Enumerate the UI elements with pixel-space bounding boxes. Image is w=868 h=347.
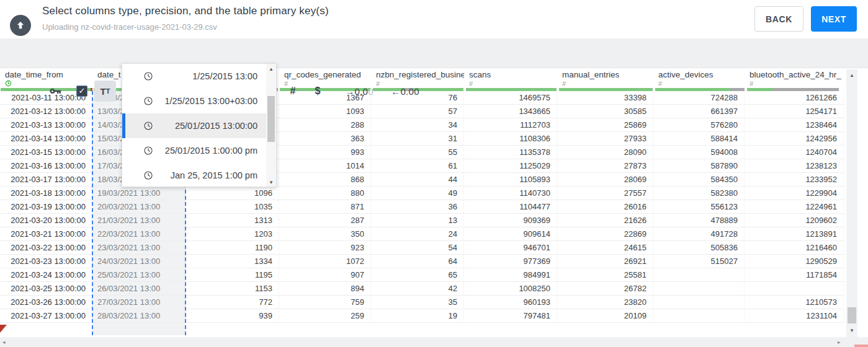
table-cell[interactable]: 1105893 [464, 173, 557, 186]
table-cell[interactable]: 1238123 [745, 159, 844, 172]
table-cell[interactable]: 28090 [557, 146, 653, 159]
table-cell[interactable]: 2021-03-16 13:00:00 [0, 159, 92, 172]
table-cell[interactable]: 259 [279, 309, 371, 322]
table-cell[interactable]: 27/03/2021 13:00 [92, 296, 186, 309]
table-cell[interactable]: 26016 [557, 200, 653, 213]
table-cell[interactable]: 25/03/2021 13:00 [92, 268, 186, 281]
table-cell[interactable]: 26921 [557, 255, 653, 268]
table-cell[interactable]: 19/03/2021 13:00 [92, 187, 186, 200]
table-cell[interactable]: 2021-03-20 13:00:00 [0, 214, 92, 227]
number-type-button[interactable]: # [287, 81, 299, 102]
table-cell[interactable]: 1072 [279, 255, 371, 268]
horizontal-scrollbar[interactable]: ◂ ▸ [0, 337, 868, 347]
table-cell[interactable]: 2021-03-23 13:00:00 [0, 255, 92, 268]
table-cell[interactable]: 1171854 [745, 268, 844, 281]
table-cell[interactable]: 49 [371, 187, 464, 200]
table-cell[interactable]: 20/03/2021 13:00 [92, 200, 186, 213]
table-cell[interactable]: 2021-03-14 13:00:00 [0, 132, 92, 145]
table-cell[interactable]: 661397 [653, 105, 745, 118]
column-header-bluetooth_active_24_hr_[interactable]: bluetooth_active_24_hr_# [745, 68, 844, 88]
table-cell[interactable]: 1238464 [745, 118, 844, 131]
column-header-scans[interactable]: scans# [464, 68, 557, 88]
table-cell[interactable]: 27873 [557, 159, 653, 172]
table-cell[interactable]: 515027 [653, 255, 745, 268]
table-cell[interactable]: 2021-03-21 13:00:00 [0, 227, 92, 240]
scroll-up-icon[interactable]: ▴ [846, 72, 857, 78]
table-cell[interactable]: 1195 [186, 268, 279, 281]
table-cell[interactable]: 61 [371, 159, 464, 172]
table-cell[interactable]: 24 [371, 227, 464, 240]
table-cell[interactable]: 44 [371, 173, 464, 186]
table-cell[interactable]: 21/03/2021 13:00 [92, 214, 186, 227]
table-cell[interactable]: 21626 [557, 214, 653, 227]
table-cell[interactable]: 1210573 [745, 296, 844, 309]
table-cell[interactable]: 871 [279, 200, 371, 213]
column-header-active_devices[interactable]: active_devices# [653, 68, 745, 88]
table-cell[interactable] [653, 309, 745, 322]
table-cell[interactable]: 909614 [464, 227, 557, 240]
table-cell[interactable]: 505836 [653, 241, 745, 254]
table-cell[interactable]: 923 [279, 241, 371, 254]
table-cell[interactable]: 24615 [557, 241, 653, 254]
table-cell[interactable]: 939 [186, 309, 279, 322]
table-cell[interactable]: 1035 [186, 200, 279, 213]
table-cell[interactable] [653, 296, 745, 309]
table-cell[interactable]: 26/03/2021 13:00 [92, 282, 186, 295]
column-header-manual_entries[interactable]: manual_entries# [557, 68, 653, 88]
table-cell[interactable]: 1261266 [745, 91, 844, 104]
dropdown-item[interactable]: 1/25/2015 13:00+03:00 [122, 89, 276, 113]
table-cell[interactable]: 287 [279, 214, 371, 227]
table-cell[interactable]: 556123 [653, 200, 745, 213]
table-cell[interactable]: 33398 [557, 91, 653, 104]
table-cell[interactable]: 977369 [464, 255, 557, 268]
table-cell[interactable]: 576280 [653, 118, 745, 131]
table-cell[interactable]: 909369 [464, 214, 557, 227]
table-cell[interactable]: 587890 [653, 159, 745, 172]
table-cell[interactable]: 350 [279, 227, 371, 240]
table-cell[interactable]: 23/03/2021 13:00 [92, 241, 186, 254]
table-cell[interactable]: 894 [279, 282, 371, 295]
back-button[interactable]: BACK [754, 6, 803, 32]
table-cell[interactable]: 1216460 [745, 241, 844, 254]
table-cell[interactable]: 25581 [557, 268, 653, 281]
table-cell[interactable]: 1343665 [464, 105, 557, 118]
table-cell[interactable]: 13 [371, 214, 464, 227]
table-cell[interactable]: 1096 [186, 187, 279, 200]
table-cell[interactable]: 1231104 [745, 309, 844, 322]
table-cell[interactable]: 30585 [557, 105, 653, 118]
table-cell[interactable]: 993 [279, 146, 371, 159]
table-cell[interactable]: 2021-03-17 13:00:00 [0, 173, 92, 186]
table-cell[interactable]: 42 [371, 282, 464, 295]
table-cell[interactable]: 25869 [557, 118, 653, 131]
table-cell[interactable]: 54 [371, 241, 464, 254]
table-cell[interactable]: 1108306 [464, 132, 557, 145]
table-cell[interactable]: 797481 [464, 309, 557, 322]
table-cell[interactable] [653, 282, 745, 295]
table-cell[interactable]: 27557 [557, 187, 653, 200]
table-cell[interactable]: 907 [279, 268, 371, 281]
table-cell[interactable]: 2021-03-15 13:00:00 [0, 146, 92, 159]
increase-precision-button[interactable]: →0.00 [340, 81, 378, 102]
table-cell[interactable]: 34 [371, 118, 464, 131]
text-type-button[interactable]: TT [94, 81, 116, 102]
table-cell[interactable]: 1190 [186, 241, 279, 254]
table-cell[interactable]: 984991 [464, 268, 557, 281]
table-cell[interactable]: 2021-03-13 13:00:00 [0, 118, 92, 131]
dropdown-item[interactable]: 25/01/2015 1:00:00 pm [122, 138, 276, 163]
primary-key-icon[interactable] [45, 81, 66, 102]
table-cell[interactable]: 22869 [557, 227, 653, 240]
table-cell[interactable]: 1313 [186, 214, 279, 227]
table-cell[interactable]: 28069 [557, 173, 653, 186]
decrease-precision-button[interactable]: ←0.00 [386, 81, 424, 102]
scroll-right-icon[interactable]: ▸ [838, 339, 841, 345]
table-cell[interactable]: 36 [371, 200, 464, 213]
table-cell[interactable]: 1140730 [464, 187, 557, 200]
table-cell[interactable]: 288 [279, 118, 371, 131]
table-cell[interactable]: 22/03/2021 13:00 [92, 227, 186, 240]
dropdown-scrollbar[interactable]: ▴ ▾ [266, 64, 276, 187]
table-cell[interactable]: 2021-03-19 13:00:00 [0, 200, 92, 213]
dropdown-scroll-thumb[interactable] [267, 96, 275, 142]
table-cell[interactable]: 1104477 [464, 200, 557, 213]
table-cell[interactable]: 363 [279, 132, 371, 145]
table-cell[interactable]: 1254171 [745, 105, 844, 118]
